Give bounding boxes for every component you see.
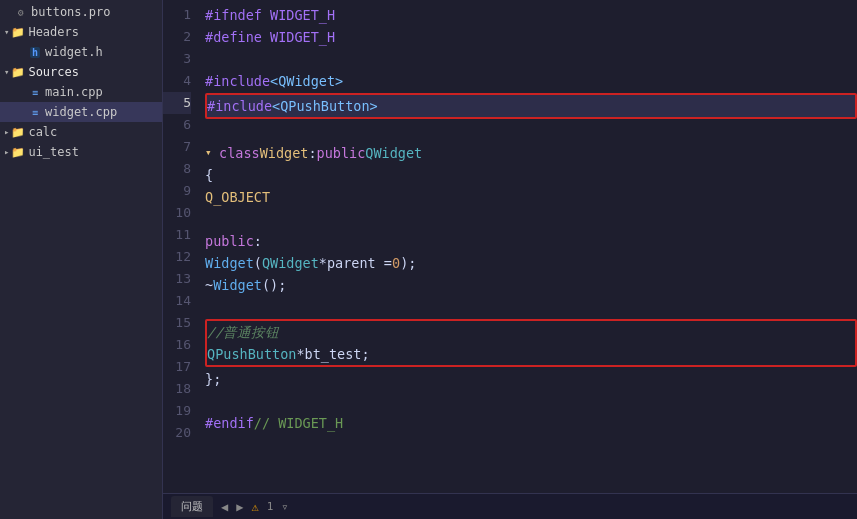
code-line-8: { (205, 164, 857, 186)
token: #endif (205, 412, 254, 434)
token: <QPushButton> (272, 95, 378, 117)
filter-icon[interactable]: ▿ (281, 500, 288, 514)
line-number-11: 11 (163, 224, 191, 246)
tree-item-main-cpp[interactable]: ≡main.cpp (0, 82, 162, 102)
file-icon-buttons-pro: ⚙ (14, 5, 28, 19)
token: #include (207, 95, 272, 117)
token: //普通按钮 (207, 321, 279, 343)
tree-label-widget-cpp: widget.cpp (45, 105, 117, 119)
nav-next-btn[interactable]: ▶ (236, 500, 243, 514)
line-number-20: 20 (163, 422, 191, 444)
token: { (205, 164, 213, 186)
token: #include (205, 70, 270, 92)
token: public (317, 142, 366, 164)
red-box-wrapper: //普通按钮 QPushButton *bt_test; (205, 319, 857, 367)
tree-label-buttons-pro: buttons.pro (31, 5, 110, 19)
tree-item-widget-h[interactable]: hwidget.h (0, 42, 162, 62)
line-number-19: 19 (163, 400, 191, 422)
code-line-9: Q_OBJECT (205, 186, 857, 208)
code-content[interactable]: #ifndef WIDGET_H#define WIDGET_H#include… (197, 0, 857, 493)
tree-arrow-sources: ▾ (4, 67, 9, 77)
token: #ifndef WIDGET_H (205, 4, 335, 26)
code-line-1: #ifndef WIDGET_H (205, 4, 857, 26)
code-line-20 (205, 434, 857, 456)
nav-prev-btn[interactable]: ◀ (221, 500, 228, 514)
line-number-3: 3 (163, 48, 191, 70)
code-line-2: #define WIDGET_H (205, 26, 857, 48)
line-number-14: 14 (163, 290, 191, 312)
tree-label-main-cpp: main.cpp (45, 85, 103, 99)
code-line-17: }; (205, 368, 857, 390)
token: * (296, 343, 304, 365)
token: // WIDGET_H (254, 412, 343, 434)
warning-count: 1 (267, 500, 274, 513)
tree-item-calc[interactable]: ▸📁calc (0, 122, 162, 142)
file-icon-widget-h: h (28, 45, 42, 59)
line-number-12: 12 (163, 246, 191, 268)
code-container: 1234567891011121314151617181920 #ifndef … (163, 0, 857, 493)
problems-tab[interactable]: 问题 (171, 496, 213, 517)
status-bar: 问题 ◀ ▶ ⚠ 1 ▿ (163, 493, 857, 519)
file-icon-widget-cpp: ≡ (28, 105, 42, 119)
editor-area: 1234567891011121314151617181920 #ifndef … (163, 0, 857, 519)
line-number-1: 1 (163, 4, 191, 26)
token: : (308, 142, 316, 164)
code-line-19: #endif // WIDGET_H (205, 412, 857, 434)
token: bt_test (305, 343, 362, 365)
line-number-6: 6 (163, 114, 191, 136)
token: QWidget (365, 142, 422, 164)
code-line-14 (205, 296, 857, 318)
token: ~ (205, 274, 213, 296)
line-number-5: 5 (163, 92, 191, 114)
file-icon-ui-test: 📁 (11, 145, 25, 159)
line-number-4: 4 (163, 70, 191, 92)
code-line-18 (205, 390, 857, 412)
file-icon-headers: 📁 (11, 25, 25, 39)
line-number-15: 15 (163, 312, 191, 334)
tree-arrow-calc: ▸ (4, 127, 9, 137)
token: *parent = (319, 252, 392, 274)
token: #define WIDGET_H (205, 26, 335, 48)
token: (); (262, 274, 286, 296)
tree-item-sources[interactable]: ▾📁Sources (0, 62, 162, 82)
code-line-6 (205, 120, 857, 142)
token: <QWidget> (270, 70, 343, 92)
tree-item-buttons-pro[interactable]: ⚙buttons.pro (0, 2, 162, 22)
code-line-13: ~Widget(); (205, 274, 857, 296)
token: }; (205, 368, 221, 390)
token: public (205, 230, 254, 252)
token: ); (400, 252, 416, 274)
tree-item-headers[interactable]: ▾📁Headers (0, 22, 162, 42)
tree-item-widget-cpp[interactable]: ≡widget.cpp (0, 102, 162, 122)
collapse-arrow-7[interactable]: ▾ (205, 142, 217, 164)
token: QWidget (262, 252, 319, 274)
code-line-15: //普通按钮 (207, 321, 855, 343)
code-line-5: #include <QPushButton> (207, 95, 855, 117)
tree-arrow-ui-test: ▸ (4, 147, 9, 157)
token: Widget (260, 142, 309, 164)
line-number-17: 17 (163, 356, 191, 378)
code-line-10 (205, 208, 857, 230)
file-icon-calc: 📁 (11, 125, 25, 139)
warning-icon: ⚠ (251, 500, 258, 514)
line-number-10: 10 (163, 202, 191, 224)
token: class (219, 142, 260, 164)
red-box-wrapper: #include <QPushButton> (205, 93, 857, 119)
tree-label-calc: calc (28, 125, 57, 139)
token: Widget (213, 274, 262, 296)
line-numbers: 1234567891011121314151617181920 (163, 0, 197, 493)
tree-label-headers: Headers (28, 25, 79, 39)
code-line-12: Widget(QWidget *parent = 0); (205, 252, 857, 274)
line-number-9: 9 (163, 180, 191, 202)
code-line-7: ▾class Widget : public QWidget (205, 142, 857, 164)
line-number-13: 13 (163, 268, 191, 290)
code-line-3 (205, 48, 857, 70)
file-icon-main-cpp: ≡ (28, 85, 42, 99)
token: Q_OBJECT (205, 186, 270, 208)
token: ; (361, 343, 369, 365)
code-line-16: QPushButton *bt_test; (207, 343, 855, 365)
code-line-4: #include <QWidget> (205, 70, 857, 92)
tree-item-ui-test[interactable]: ▸📁ui_test (0, 142, 162, 162)
line-number-16: 16 (163, 334, 191, 356)
line-number-7: 7 (163, 136, 191, 158)
